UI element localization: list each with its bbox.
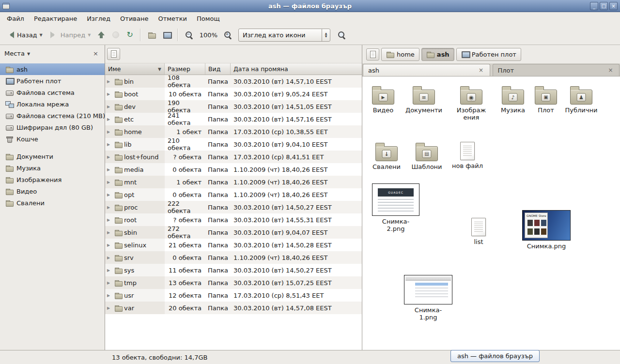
breadcrumb-ash-button[interactable]: ash [421, 48, 454, 61]
expander-icon[interactable]: ▶ [107, 256, 112, 260]
table-row[interactable]: ▶etc241 обектаПапка30.03.2010 (вт) 14,57… [105, 113, 362, 125]
table-row[interactable]: ▶bin108 обектаПапка30.03.2010 (вт) 14,57… [105, 75, 362, 88]
icon-item-snimka[interactable]: GNOME Store Снимка.png [526, 210, 567, 250]
tab-ash[interactable]: ash × [363, 64, 490, 76]
reload-button[interactable]: ↻ [124, 29, 136, 41]
sidebar-item[interactable]: Файлова система (210 MB) [0, 110, 105, 121]
view-mode-select[interactable]: Изглед като икони ▲▼ [238, 29, 330, 42]
table-row[interactable]: ▶home1 обектПапка17.03.2010 (ср) 10,38,5… [105, 125, 362, 138]
icon-item-desktop[interactable]: Плот [526, 85, 566, 114]
location-toggle-button[interactable] [107, 48, 120, 60]
icon-item-video[interactable]: Видео [363, 85, 403, 114]
forward-button[interactable]: Напред ▼ [47, 29, 94, 41]
sidebar-item[interactable]: Музика [0, 162, 105, 174]
icon-item-snimka-1[interactable]: Снимка-1.png [408, 275, 449, 321]
places-dropdown-icon[interactable]: ▼ [27, 51, 30, 56]
breadcrumb-home-button[interactable]: home [381, 48, 419, 61]
table-row[interactable]: ▶sys11 обектаПапка30.03.2010 (вт) 14,50,… [105, 264, 362, 276]
icon-item-snimka-2[interactable]: GUADEC Снимка-2.png [375, 183, 416, 232]
expander-icon[interactable]: ▶ [107, 293, 112, 298]
expander-icon[interactable]: ▶ [107, 306, 112, 310]
icon-item-downloads[interactable]: Свалени [366, 142, 407, 170]
table-row[interactable]: ▶srv0 обектаПапка1.10.2009 (чт) 18,40,26… [105, 251, 362, 264]
expander-icon[interactable]: ▶ [107, 230, 112, 235]
expander-icon[interactable]: ▶ [107, 130, 112, 134]
home-button[interactable] [145, 29, 158, 41]
computer-button[interactable] [160, 29, 173, 41]
table-row[interactable]: ▶var20 обектаПапка30.03.2010 (вт) 14,57,… [105, 302, 362, 314]
icon-item-list[interactable]: list [458, 217, 499, 245]
minimize-button[interactable]: _ [590, 2, 598, 10]
taskbar-window-button[interactable]: ash — файлов браузър [450, 350, 540, 362]
sidebar-item[interactable]: Кошче [0, 133, 105, 145]
icon-item-public[interactable]: Публични [561, 85, 602, 114]
column-header-type[interactable]: Вид [205, 63, 231, 75]
expander-icon[interactable]: ▶ [107, 155, 112, 159]
places-close-button[interactable]: × [91, 49, 100, 58]
expander-icon[interactable]: ▶ [107, 268, 112, 273]
sidebar-item[interactable]: Документи [0, 151, 105, 162]
table-row[interactable]: ▶lib210 обектаПапка30.03.2010 (вт) 9,04,… [105, 138, 362, 151]
table-row[interactable]: ▶mnt1 обектПапка1.10.2009 (чт) 18,40,26 … [105, 176, 362, 188]
places-label[interactable]: Места [4, 50, 25, 57]
location-toggle-button[interactable] [366, 48, 379, 61]
expander-icon[interactable]: ▶ [107, 79, 112, 84]
column-header-size[interactable]: Размер [165, 63, 205, 75]
expander-icon[interactable]: ▶ [107, 117, 112, 121]
expander-icon[interactable]: ▶ [107, 167, 112, 172]
expander-icon[interactable]: ▶ [107, 205, 112, 210]
table-row[interactable]: ▶tmp13 обектаПапка30.03.2010 (вт) 15,07,… [105, 276, 362, 289]
sidebar-item[interactable]: Файлова система [0, 87, 105, 98]
sidebar-item[interactable]: Шифриран дял (80 GB) [0, 121, 105, 133]
expander-icon[interactable]: ▶ [107, 218, 112, 222]
table-row[interactable]: ▶lost+found? обектаПапка17.03.2010 (ср) … [105, 151, 362, 163]
menu-item-file[interactable]: Файл [2, 13, 29, 24]
menu-item-view[interactable]: Изглед [82, 13, 115, 24]
table-row[interactable]: ▶selinux21 обектаПапка30.03.2010 (вт) 14… [105, 239, 362, 251]
sidebar-item[interactable]: Локална мрежа [0, 98, 105, 110]
maximize-button[interactable]: □ [600, 2, 608, 10]
sidebar-item[interactable]: Работен плот [0, 75, 105, 87]
column-header-name[interactable]: Име ▼ [105, 63, 165, 75]
table-row[interactable]: ▶root? обектаПапка30.03.2010 (вт) 14,55,… [105, 213, 362, 226]
menu-item-help[interactable]: Помощ [192, 13, 225, 24]
expander-icon[interactable]: ▶ [107, 105, 112, 109]
icon-item-new-file[interactable]: нов файл [447, 141, 488, 169]
menu-item-bookmarks[interactable]: Отметки [153, 13, 191, 24]
table-row[interactable]: ▶usr12 обектаПапка17.03.2010 (ср) 8,51,4… [105, 289, 362, 302]
sidebar-item[interactable]: Видео [0, 185, 105, 197]
expander-icon[interactable]: ▶ [107, 92, 112, 96]
tab-close-icon[interactable]: × [607, 67, 614, 74]
close-button[interactable]: × [609, 2, 618, 10]
sidebar-item[interactable]: Изображения [0, 174, 105, 185]
titlebar[interactable]: ash — файлов браузър _ □ × [0, 0, 620, 12]
tab-close-icon[interactable]: × [478, 67, 485, 74]
table-row[interactable]: ▶boot10 обектаПапка30.03.2010 (вт) 9,05,… [105, 88, 362, 100]
sidebar-item[interactable]: Свалени [0, 197, 105, 209]
zoom-in-button[interactable]: + [221, 29, 235, 42]
icon-item-documents[interactable]: Документи [403, 85, 444, 114]
up-button[interactable] [95, 29, 108, 41]
tab-plot[interactable]: Плот × [493, 64, 620, 76]
expander-icon[interactable]: ▶ [107, 180, 112, 184]
expander-icon[interactable]: ▶ [107, 281, 112, 285]
column-header-date[interactable]: Дата на промяна [231, 63, 362, 75]
icon-item-images[interactable]: Изображения [451, 85, 492, 121]
zoom-out-button[interactable]: − [182, 29, 196, 42]
sidebar-item[interactable]: ash [0, 63, 105, 75]
table-row[interactable]: ▶dev190 обектаПапка30.03.2010 (вт) 14,51… [105, 100, 362, 113]
menu-item-edit[interactable]: Редактиране [29, 13, 82, 24]
stop-button[interactable] [109, 29, 122, 41]
search-button[interactable] [335, 29, 349, 42]
back-button[interactable]: Назад ▼ [3, 29, 46, 41]
menu-item-go[interactable]: Отиване [115, 13, 153, 24]
back-dropdown-icon[interactable]: ▼ [40, 33, 43, 37]
table-row[interactable]: ▶media0 обектаПапка1.10.2009 (чт) 18,40,… [105, 163, 362, 176]
expander-icon[interactable]: ▶ [107, 142, 112, 147]
table-row[interactable]: ▶sbin272 обектаПапка30.03.2010 (вт) 9,04… [105, 226, 362, 239]
expander-icon[interactable]: ▶ [107, 243, 112, 247]
table-row[interactable]: ▶proc222 обектаПапка30.03.2010 (вт) 14,5… [105, 201, 362, 213]
breadcrumb-desktop-button[interactable]: Работен плот [456, 48, 521, 61]
table-row[interactable]: ▶opt0 обектаПапка1.10.2009 (чт) 18,40,26… [105, 188, 362, 201]
icon-item-templates[interactable]: Шаблони [406, 142, 447, 170]
